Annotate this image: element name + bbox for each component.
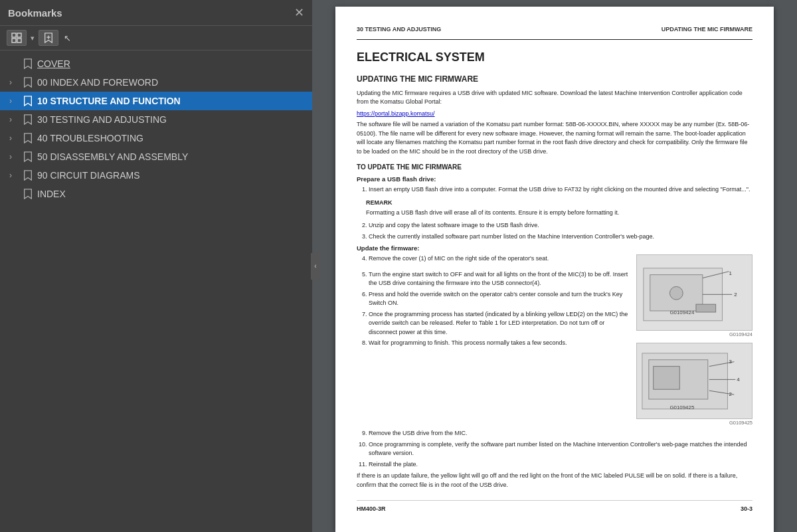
step-3: Check the currently installed software p… (369, 232, 753, 242)
sidebar: Bookmarks ✕ ▾ ↖ COVER›00 INDEX AND FOREW… (0, 0, 312, 532)
header-left: 30 TESTING AND ADJUSTING (357, 25, 441, 34)
sidebar-label-disassembly-assembly: 50 DISASSEMBLY AND ASSEMBLY (37, 151, 306, 162)
failure-text: If there is an update failure, the yello… (357, 472, 753, 489)
expand-arrow-index-foreword[interactable]: › (9, 78, 19, 87)
steps-list-4-8: Remove the cover (1) of MIC on the right… (357, 254, 630, 264)
add-bookmark-button[interactable] (39, 30, 58, 46)
sidebar-nav: COVER›00 INDEX AND FOREWORD›10 STRUCTURE… (0, 50, 312, 532)
expand-arrow-disassembly-assembly[interactable]: › (9, 152, 19, 161)
diagram-image-2: 3 4 2 G0109425 (636, 343, 753, 419)
update-section-title: TO UPDATE THE MIC FIRMWARE (357, 163, 753, 172)
toolbar-separator: ▾ (31, 34, 35, 43)
close-button[interactable]: ✕ (294, 7, 304, 19)
sidebar-label-testing-adjusting: 30 TESTING AND ADJUSTING (37, 114, 306, 125)
sidebar-item-testing-adjusting[interactable]: ›30 TESTING AND ADJUSTING (0, 110, 312, 129)
header-right: UPDATING THE MIC FIRMWARE (662, 25, 753, 34)
sidebar-label-cover: COVER (37, 58, 306, 69)
bookmark-icon-circuit-diagrams (23, 170, 33, 181)
bookmark-icon-structure-function (23, 96, 33, 106)
update-fw-label: Update the firmware: (357, 244, 753, 252)
bookmark-icon-testing-adjusting (23, 114, 33, 125)
sidebar-item-circuit-diagrams[interactable]: ›90 CIRCUIT DIAGRAMS (0, 166, 312, 185)
sidebar-label-troubleshooting: 40 TROUBLESHOOTING (37, 133, 306, 143)
cursor-icon: ↖ (64, 33, 71, 43)
step-4-section: Remove the cover (1) of MIC on the right… (357, 254, 753, 426)
bookmark-icon-cover (23, 58, 33, 69)
step-1: Insert an empty USB flash drive into a c… (369, 185, 753, 195)
sidebar-label-structure-function: 10 STRUCTURE AND FUNCTION (37, 96, 306, 106)
svg-text:1: 1 (729, 270, 731, 276)
sidebar-label-circuit-diagrams: 90 CIRCUIT DIAGRAMS (37, 170, 306, 181)
expand-arrow-testing-adjusting[interactable]: › (9, 115, 19, 124)
sidebar-item-structure-function[interactable]: ›10 STRUCTURE AND FUNCTION (0, 92, 312, 110)
svg-rect-14 (696, 304, 716, 312)
diagram-1: 1 2 G0109424 G0109424 (636, 254, 753, 339)
bookmark-icon-troubleshooting (23, 133, 33, 143)
steps-list-1: Insert an empty USB flash drive into a c… (357, 185, 753, 195)
step-7: Once the programming process has started… (369, 310, 630, 337)
step-4: Remove the cover (1) of MIC on the right… (369, 254, 630, 264)
steps-list-5-8: Turn the engine start switch to OFF and … (357, 270, 630, 348)
intro-text: Updating the MIC firmware requires a USB… (357, 89, 753, 107)
sidebar-item-troubleshooting[interactable]: ›40 TROUBLESHOOTING (0, 129, 312, 147)
image2-caption: G0109425 (636, 420, 753, 427)
url-link[interactable]: https://portal.bizapp.komatsu/ (357, 110, 753, 118)
image1-caption: G0109424 (636, 331, 753, 339)
remark-text: Formatting a USB flash drive will erase … (366, 209, 753, 218)
expand-arrow-troubleshooting[interactable]: › (9, 133, 19, 143)
svg-rect-1 (17, 33, 21, 37)
remark-box: REMARK Formatting a USB flash drive will… (357, 199, 753, 217)
step-10: Once programming is complete, verify the… (369, 440, 753, 458)
step-6: Press and hold the override switch on th… (369, 290, 630, 308)
sidebar-label-index-foreword: 00 INDEX AND FOREWORD (37, 77, 306, 88)
steps-list-2-3: Unzip and copy the latest software image… (357, 221, 753, 241)
svg-text:G0109425: G0109425 (669, 404, 694, 410)
page-main-title: ELECTRICAL SYSTEM (357, 49, 753, 66)
bookmark-icon-index-foreword (23, 77, 33, 88)
document-page: 30 TESTING AND ADJUSTING UPDATING THE MI… (335, 7, 774, 532)
step-9: Remove the USB drive from the MIC. (369, 429, 753, 438)
diagram-2: 3 4 2 G0109425 G0109425 (636, 343, 753, 427)
footer-right: 30-3 (741, 505, 753, 513)
svg-rect-2 (12, 39, 16, 43)
step-5: Turn the engine start switch to OFF and … (369, 270, 630, 288)
sidebar-item-index[interactable]: INDEX (0, 185, 312, 203)
step-2: Unzip and copy the latest software image… (369, 221, 753, 230)
expand-arrow-structure-function[interactable]: › (9, 96, 19, 106)
collapse-sidebar-button[interactable]: ‹ (311, 253, 320, 280)
page-header: 30 TESTING AND ADJUSTING UPDATING THE MI… (357, 25, 753, 40)
detail-text: The software file will be named a variat… (357, 120, 753, 156)
svg-text:2: 2 (734, 292, 737, 298)
sidebar-title: Bookmarks (8, 7, 62, 19)
svg-text:2: 2 (729, 391, 731, 397)
sidebar-item-cover[interactable]: COVER (0, 54, 312, 73)
svg-rect-19 (654, 366, 680, 389)
images-col: 1 2 G0109424 G0109424 (636, 254, 753, 426)
expand-all-button[interactable] (7, 30, 27, 46)
svg-text:G0109424: G0109424 (669, 310, 694, 315)
page-footer: HM400-3R 30-3 (357, 500, 753, 513)
sidebar-toolbar: ▾ ↖ (0, 26, 312, 50)
svg-rect-0 (12, 33, 16, 37)
sidebar-item-index-foreword[interactable]: ›00 INDEX AND FOREWORD (0, 73, 312, 92)
bookmark-icon-disassembly-assembly (23, 151, 33, 162)
step-8: Wait for programming to finish. This pro… (369, 339, 630, 348)
svg-point-11 (669, 287, 683, 300)
svg-rect-3 (17, 39, 21, 43)
svg-text:4: 4 (737, 377, 740, 383)
sidebar-item-disassembly-assembly[interactable]: ›50 DISASSEMBLY AND ASSEMBLY (0, 147, 312, 166)
main-content-area: 30 TESTING AND ADJUSTING UPDATING THE MI… (312, 0, 797, 532)
expand-arrow-circuit-diagrams[interactable]: › (9, 171, 19, 180)
svg-text:3: 3 (729, 359, 732, 365)
section-title: UPDATING THE MIC FIRMWARE (357, 74, 753, 85)
bookmark-icon-index (23, 189, 33, 199)
steps-list-9-11: Remove the USB drive from the MIC. Once … (357, 429, 753, 469)
sidebar-label-index: INDEX (37, 189, 306, 199)
steps-4-8-col: Remove the cover (1) of MIC on the right… (357, 254, 630, 426)
remark-title: REMARK (366, 199, 753, 207)
step-11: Reinstall the plate. (369, 460, 753, 470)
diagram-image-1: 1 2 G0109424 (636, 254, 753, 331)
prepare-label: Prepare a USB flash drive: (357, 175, 753, 183)
footer-left: HM400-3R (357, 505, 386, 513)
sidebar-header: Bookmarks ✕ (0, 0, 312, 26)
